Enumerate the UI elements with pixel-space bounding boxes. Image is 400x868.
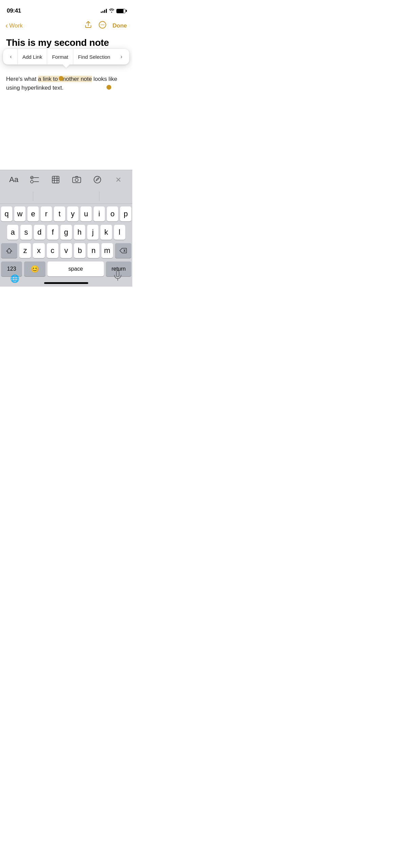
selection-handle-left xyxy=(59,76,63,81)
note-title-area: This is my second note xyxy=(0,35,132,48)
svg-point-3 xyxy=(103,24,104,25)
key-d[interactable]: d xyxy=(34,225,45,240)
camera-button[interactable] xyxy=(69,172,84,187)
key-z[interactable]: z xyxy=(19,243,31,258)
note-content-area[interactable]: Here's what a link to another note looks… xyxy=(0,65,132,92)
key-p[interactable]: p xyxy=(120,206,131,221)
selection-handle-right xyxy=(107,85,111,90)
signal-icon xyxy=(101,9,107,13)
key-k[interactable]: k xyxy=(100,225,112,240)
key-j[interactable]: j xyxy=(87,225,98,240)
menu-item-format[interactable]: Format xyxy=(47,49,73,65)
back-chevron-icon: ‹ xyxy=(5,22,8,30)
delete-key[interactable] xyxy=(115,243,131,258)
key-y[interactable]: y xyxy=(67,206,78,221)
key-c[interactable]: c xyxy=(47,243,58,258)
context-menu-wrapper: ‹ Add Link Format Find Selection › xyxy=(0,48,132,65)
menu-item-find-selection[interactable]: Find Selection xyxy=(73,49,115,65)
back-button[interactable]: ‹ Work xyxy=(5,22,23,30)
nav-actions: Done xyxy=(84,21,127,31)
back-label: Work xyxy=(9,22,22,29)
font-style-button[interactable]: Aa xyxy=(6,172,21,187)
context-menu-container: ‹ Add Link Format Find Selection › xyxy=(3,49,129,65)
key-row-3: z x c v b n m xyxy=(1,243,131,258)
shift-key[interactable] xyxy=(1,243,17,258)
suggestion-divider-right xyxy=(99,192,99,201)
formatting-toolbar: Aa xyxy=(0,170,132,189)
done-button[interactable]: Done xyxy=(113,22,127,29)
share-icon[interactable] xyxy=(84,21,92,31)
key-q[interactable]: q xyxy=(1,206,12,221)
svg-point-2 xyxy=(102,24,102,25)
key-f[interactable]: f xyxy=(47,225,58,240)
status-icons xyxy=(101,8,126,14)
key-i[interactable]: i xyxy=(94,206,105,221)
svg-rect-13 xyxy=(73,177,81,183)
key-row-2: a s d f g h j k l xyxy=(1,225,131,240)
svg-point-15 xyxy=(94,176,101,183)
home-indicator xyxy=(44,282,88,284)
close-icon xyxy=(115,176,122,183)
key-v[interactable]: v xyxy=(60,243,72,258)
menu-caret xyxy=(63,65,70,68)
more-icon[interactable] xyxy=(98,21,107,31)
font-style-icon: Aa xyxy=(9,175,18,184)
key-r[interactable]: r xyxy=(41,206,52,221)
note-body-text[interactable]: Here's what a link to another note looks… xyxy=(6,75,126,92)
markup-icon xyxy=(93,176,101,184)
battery-icon xyxy=(116,9,126,13)
selected-text: a link to another note xyxy=(38,76,92,82)
checklist-button[interactable] xyxy=(27,172,42,187)
key-row-1: q w e r t y u i o p xyxy=(1,206,131,221)
menu-prev-button[interactable]: ‹ xyxy=(4,49,17,65)
markup-button[interactable] xyxy=(90,172,105,187)
suggestion-divider-left xyxy=(33,192,33,201)
key-e[interactable]: e xyxy=(27,206,39,221)
microphone-icon[interactable] xyxy=(113,270,122,283)
text-before-selection: Here's what xyxy=(6,76,38,82)
close-toolbar-button[interactable] xyxy=(111,172,126,187)
menu-item-add-link[interactable]: Add Link xyxy=(17,49,47,65)
key-g[interactable]: g xyxy=(60,225,72,240)
svg-rect-16 xyxy=(116,271,119,277)
key-b[interactable]: b xyxy=(74,243,85,258)
key-t[interactable]: t xyxy=(54,206,65,221)
key-x[interactable]: x xyxy=(33,243,44,258)
keyboard-rows: q w e r t y u i o p a s d f g h j k l xyxy=(0,204,132,276)
menu-next-button[interactable]: › xyxy=(115,49,128,65)
context-menu: ‹ Add Link Format Find Selection › xyxy=(3,49,129,65)
svg-rect-8 xyxy=(52,176,59,183)
key-n[interactable]: n xyxy=(88,243,99,258)
table-icon xyxy=(52,176,60,184)
key-m[interactable]: m xyxy=(101,243,113,258)
content-area: This is my second note ‹ Add Link Format… xyxy=(0,35,132,152)
key-l[interactable]: l xyxy=(114,225,125,240)
key-h[interactable]: h xyxy=(74,225,85,240)
wifi-icon xyxy=(109,8,114,14)
status-time: 09:41 xyxy=(7,7,21,14)
key-o[interactable]: o xyxy=(107,206,118,221)
key-a[interactable]: a xyxy=(7,225,18,240)
svg-point-14 xyxy=(75,178,78,181)
checklist-icon xyxy=(30,176,39,183)
keyboard-suggestions xyxy=(0,189,132,204)
key-s[interactable]: s xyxy=(20,225,32,240)
table-button[interactable] xyxy=(48,172,63,187)
key-u[interactable]: u xyxy=(80,206,92,221)
svg-point-6 xyxy=(31,180,33,183)
key-w[interactable]: w xyxy=(14,206,25,221)
globe-icon[interactable]: 🌐 xyxy=(10,274,19,283)
svg-point-1 xyxy=(100,24,101,25)
status-bar: 09:41 xyxy=(0,0,132,17)
keyboard: q w e r t y u i o p a s d f g h j k l xyxy=(0,189,132,287)
nav-bar: ‹ Work Done xyxy=(0,17,132,35)
camera-icon xyxy=(72,176,81,183)
note-title: This is my second note xyxy=(6,37,126,48)
